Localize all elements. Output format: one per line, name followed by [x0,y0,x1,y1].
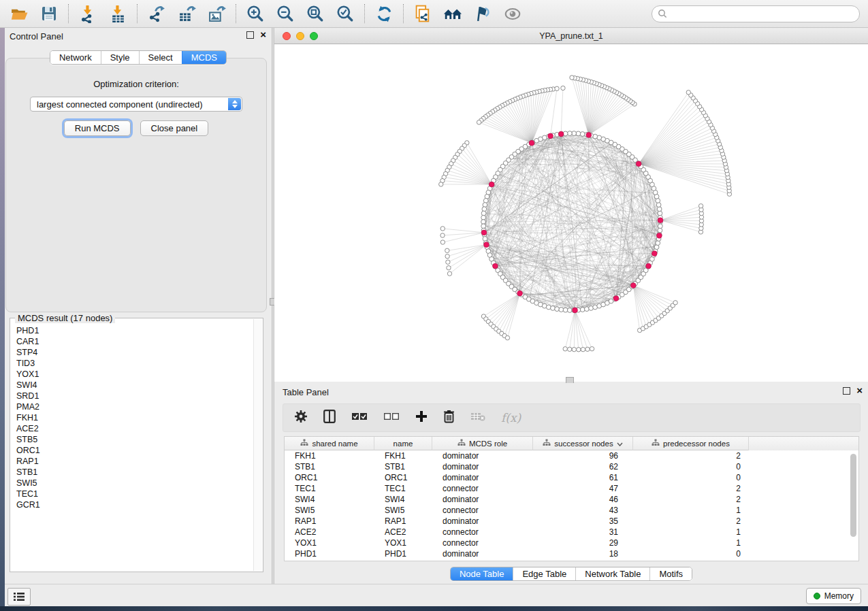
network-node[interactable] [561,86,565,90]
column-header-predecessor-nodes[interactable]: predecessor nodes [633,437,749,450]
close-panel-icon[interactable]: × [856,386,863,395]
mcds-result-item[interactable]: PMA2 [16,401,253,412]
float-panel-icon[interactable] [246,31,254,39]
network-node[interactable] [481,220,486,225]
optimization-criterion-select[interactable]: largest connected component (undirected) [30,97,242,112]
network-node[interactable] [572,131,577,136]
network-node[interactable] [673,301,677,305]
zoom-selected-icon[interactable] [336,4,355,23]
network-node[interactable] [658,228,662,233]
mcds-result-item[interactable]: STB5 [16,434,253,445]
mcds-node[interactable] [529,140,534,146]
tab-style[interactable]: Style [101,51,139,64]
network-node[interactable] [581,347,585,351]
select-all-icon[interactable] [351,412,368,424]
network-node[interactable] [580,132,585,137]
network-node[interactable] [698,204,703,208]
mcds-result-item[interactable]: SWI5 [16,478,253,489]
table-row[interactable]: PHD1PHD1dominator180 [285,548,858,559]
mcds-node[interactable] [613,296,619,301]
mcds-result-item[interactable]: STP4 [16,347,253,358]
float-panel-icon[interactable] [843,387,850,395]
delete-table-icon[interactable] [470,411,485,425]
tab-node-table[interactable]: Node Table [451,567,513,580]
network-node[interactable] [570,76,574,80]
mcds-node[interactable] [573,308,578,313]
table-row[interactable]: YOX1YOX1connector291 [285,538,858,548]
network-node[interactable] [559,308,564,312]
window-minimize-button[interactable] [296,32,304,40]
table-row[interactable]: FKH1FKH1dominator962 [285,450,858,461]
mcds-node[interactable] [481,230,487,235]
network-node[interactable] [656,241,660,246]
network-node[interactable] [585,347,590,351]
task-history-button[interactable] [7,588,31,606]
network-node[interactable] [439,182,443,186]
network-node[interactable] [568,347,572,351]
network-node[interactable] [563,347,567,351]
network-node[interactable] [567,131,572,136]
network-node[interactable] [551,306,556,311]
export-table-icon[interactable] [177,4,196,23]
tab-edge-table[interactable]: Edge Table [513,567,575,580]
import-table-icon[interactable] [108,4,127,23]
network-node[interactable] [446,260,450,264]
network-node[interactable] [658,224,662,229]
mcds-result-item[interactable]: TEC1 [16,489,253,499]
mcds-result-item[interactable]: TID3 [16,358,253,369]
mcds-node[interactable] [658,218,663,223]
table-row[interactable]: ACE2ACE2connector311 [285,527,858,538]
column-header-shared-name[interactable]: shared name [285,437,374,450]
network-node[interactable] [447,271,451,276]
zoom-in-icon[interactable] [246,4,265,23]
network-node[interactable] [584,307,589,312]
network-node[interactable] [483,198,488,203]
column-header-name[interactable]: name [374,437,432,450]
table-row[interactable]: TEC1TEC1connector472 [285,483,858,494]
network-node[interactable] [440,233,445,237]
clone-network-icon[interactable] [413,4,432,23]
network-node[interactable] [555,86,559,90]
mcds-node[interactable] [548,133,553,139]
column-icon[interactable] [323,410,336,426]
table-scrollbar[interactable] [850,452,857,558]
memory-button[interactable]: Memory [806,588,861,604]
network-node[interactable] [580,308,585,312]
window-maximize-button[interactable] [310,32,318,40]
mcds-result-item[interactable]: CAR1 [16,336,253,347]
mcds-list-scrollbar[interactable] [253,319,262,571]
network-node[interactable] [482,207,487,212]
network-node[interactable] [572,347,576,351]
network-node[interactable] [440,227,445,231]
mcds-node[interactable] [631,283,637,288]
tab-network[interactable]: Network [50,51,101,64]
network-node[interactable] [445,248,449,252]
close-panel-icon[interactable]: × [260,31,266,39]
network-node[interactable] [481,215,486,220]
mcds-node[interactable] [636,161,641,167]
search-input[interactable] [671,8,854,19]
delete-icon[interactable] [443,410,455,426]
network-canvas[interactable] [274,44,868,382]
network-node[interactable] [440,240,445,244]
network-node[interactable] [483,203,487,208]
mcds-node[interactable] [558,131,564,137]
network-node[interactable] [445,254,449,259]
mcds-node[interactable] [484,242,489,248]
export-network-icon[interactable] [147,4,166,23]
mcds-node[interactable] [586,133,592,138]
network-node[interactable] [656,203,661,208]
network-node[interactable] [481,211,486,216]
mcds-result-item[interactable]: ACE2 [16,423,253,434]
network-node[interactable] [590,346,594,350]
network-node[interactable] [447,265,451,269]
add-icon[interactable] [415,410,428,425]
tab-motifs[interactable]: Motifs [649,567,692,580]
hide-graphics-details-icon[interactable] [473,4,492,23]
zoom-out-icon[interactable] [276,4,295,23]
network-graph[interactable] [274,44,868,382]
function-builder-icon[interactable]: f(x) [501,411,521,425]
home-icon[interactable] [443,4,462,23]
export-image-icon[interactable] [207,4,226,23]
show-graphics-details-icon[interactable] [503,4,522,23]
